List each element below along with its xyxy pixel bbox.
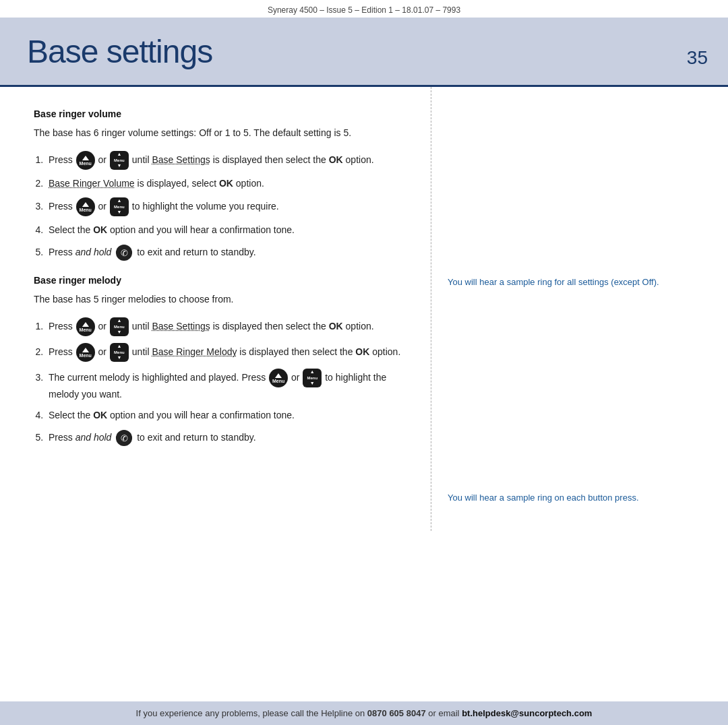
up-arrow-icon-5: Menu (269, 369, 288, 387)
ok-6: OK (93, 410, 107, 420)
page-title: Base settings (27, 33, 212, 70)
footer-helpline: 0870 605 8047 (367, 708, 426, 718)
display-base-settings-2: Base Settings (152, 321, 210, 332)
step-1-2: Base Ringer Volume is displayed, select … (46, 177, 411, 191)
section1-steps: Press Menu or ▲Menu▼ until Base Settings (46, 151, 411, 261)
main-layout: Base ringer volume The base has 6 ringer… (0, 87, 728, 531)
note-melody: You will hear a sample ring on each butt… (448, 491, 715, 505)
display-base-settings-1: Base Settings (152, 154, 210, 165)
footer-text-middle: or email (428, 708, 459, 718)
display-ringer-volume: Base Ringer Volume (49, 178, 135, 189)
svg-text:✆: ✆ (121, 433, 128, 443)
ok-5: OK (355, 346, 369, 357)
content-column: Base ringer volume The base has 6 ringer… (0, 87, 431, 531)
page-number: 35 (687, 47, 708, 73)
menu-button-icon-2: ▲Menu▼ (110, 197, 129, 216)
section-ringer-volume: Base ringer volume The base has 6 ringer… (34, 108, 411, 261)
footer: If you experience any problems, please c… (0, 701, 728, 725)
step-1-1: Press Menu or ▲Menu▼ until Base Settings (46, 151, 411, 170)
up-arrow-icon-2: Menu (76, 197, 95, 216)
footer-email: bt.helpdesk@suncorptech.com (462, 708, 592, 718)
section1-title: Base ringer volume (34, 108, 411, 119)
step-1-4: Select the OK option and you will hear a… (46, 223, 411, 237)
note-melody-text: You will hear a sample ring on each butt… (448, 491, 715, 505)
up-arrow-icon-1: Menu (76, 151, 95, 170)
section1-desc: The base has 6 ringer volume settings: O… (34, 126, 411, 140)
display-ringer-melody: Base Ringer Melody (152, 346, 237, 357)
ok-4: OK (329, 321, 343, 332)
ok-3: OK (93, 224, 107, 235)
up-arrow-icon-4: Menu (76, 343, 95, 362)
step-2-3: The current melody is highlighted and pl… (46, 369, 411, 402)
note-volume-text: You will hear a sample ring for all sett… (448, 276, 715, 289)
top-bar: Syneray 4500 – Issue 5 – Edition 1 – 18.… (0, 0, 728, 18)
step-1-3: Press Menu or ▲Menu▼ to highlight the vo… (46, 197, 411, 216)
step-1-5: Press and hold ✆ to exit and return to s… (46, 244, 411, 261)
header: Base settings 35 (0, 18, 728, 85)
section-ringer-melody: Base ringer melody The base has 5 ringer… (34, 275, 411, 447)
note-volume: You will hear a sample ring for all sett… (448, 276, 715, 289)
section2-title: Base ringer melody (34, 275, 411, 286)
notes-column: You will hear a sample ring for all sett… (431, 87, 728, 531)
menu-button-icon-4: ▲Menu▼ (110, 343, 129, 362)
step-2-5: Press and hold ✆ to exit and return to s… (46, 429, 411, 447)
footer-text-before: If you experience any problems, please c… (136, 708, 365, 718)
step-2-4: Select the OK option and you will hear a… (46, 408, 411, 422)
menu-button-icon-5: ▲Menu▼ (303, 369, 322, 387)
menu-button-icon-1: ▲Menu▼ (110, 151, 129, 170)
step-2-2: Press Menu or ▲Menu▼ until Base Ringer M… (46, 343, 411, 362)
ok-2: OK (219, 178, 233, 189)
end-call-icon-2: ✆ (115, 429, 133, 447)
section2-steps: Press Menu or ▲Menu▼ until Base Settings (46, 317, 411, 447)
menu-button-icon-3: ▲Menu▼ (110, 317, 129, 336)
ok-1: OK (329, 154, 343, 165)
end-call-icon-1: ✆ (115, 244, 133, 261)
step-2-1: Press Menu or ▲Menu▼ until Base Settings (46, 317, 411, 336)
and-hold-text-2: and hold (75, 432, 112, 443)
section2-desc: The base has 5 ringer melodies to choose… (34, 292, 411, 307)
svg-text:✆: ✆ (121, 248, 128, 258)
up-arrow-icon-3: Menu (76, 317, 95, 336)
and-hold-text-1: and hold (75, 247, 112, 257)
top-bar-text: Syneray 4500 – Issue 5 – Edition 1 – 18.… (268, 5, 460, 15)
